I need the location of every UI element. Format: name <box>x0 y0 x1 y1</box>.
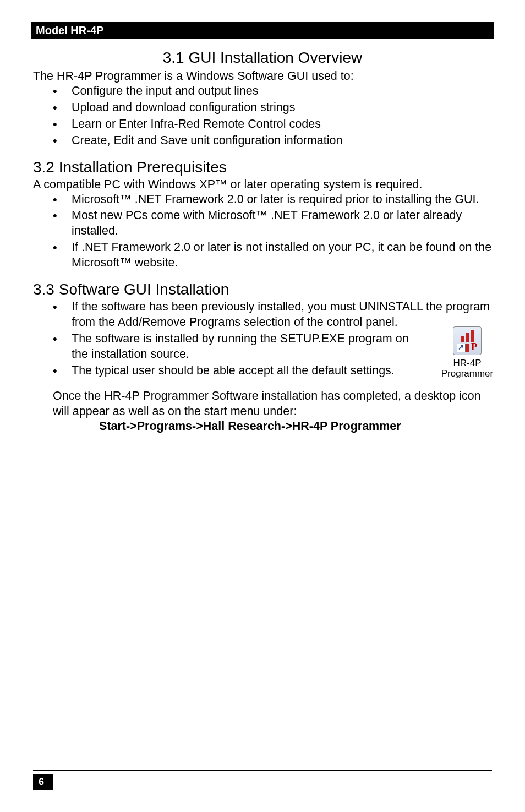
icon-caption-line1: HR-4P <box>437 358 497 369</box>
section-3-2-title: 3.2 Installation Prerequisites <box>33 159 492 176</box>
list-item: Microsoft™ .NET Framework 2.0 or later i… <box>72 192 492 208</box>
hr4p-programmer-icon: P <box>453 326 482 355</box>
page-footer: 6 <box>33 770 492 790</box>
list-item: Learn or Enter Infra-Red Remote Control … <box>72 117 492 132</box>
list-item: The typical user should be able accept a… <box>72 363 418 379</box>
page-number: 6 <box>33 774 53 790</box>
section-3-1-list: Configure the input and output lines Upl… <box>33 84 492 149</box>
document-header: Model HR-4P <box>31 22 494 39</box>
icon-caption-line2: Programmer <box>437 369 497 379</box>
section-3-2-intro: A compatible PC with Windows XP™ or late… <box>33 177 492 192</box>
section-3-3-title: 3.3 Software GUI Installation <box>33 281 492 298</box>
list-item: If the software has been previously inst… <box>72 299 492 330</box>
section-3-3-after: Once the HR-4P Programmer Software insta… <box>53 389 492 419</box>
list-item: Create, Edit and Save unit configuration… <box>72 133 492 149</box>
list-item: The software is installed by running the… <box>72 331 418 362</box>
shortcut-arrow-icon <box>457 344 466 352</box>
section-3-1-title: 3.1 GUI Installation Overview <box>33 49 492 67</box>
desktop-shortcut-preview: P HR-4P Programmer <box>437 326 497 379</box>
section-3-3-list: If the software has been previously inst… <box>33 299 492 379</box>
list-item: Most new PCs come with Microsoft™ .NET F… <box>72 208 492 239</box>
model-label: Model HR-4P <box>36 24 103 36</box>
list-item: Configure the input and output lines <box>72 84 492 99</box>
section-3-1-intro: The HR-4P Programmer is a Windows Softwa… <box>33 69 492 84</box>
start-menu-path: Start->Programs->Hall Research->HR-4P Pr… <box>99 419 492 433</box>
section-3-2-list: Microsoft™ .NET Framework 2.0 or later i… <box>33 192 492 271</box>
list-item: If .NET Framework 2.0 or later is not in… <box>72 240 492 271</box>
list-item: Upload and download configuration string… <box>72 100 492 116</box>
